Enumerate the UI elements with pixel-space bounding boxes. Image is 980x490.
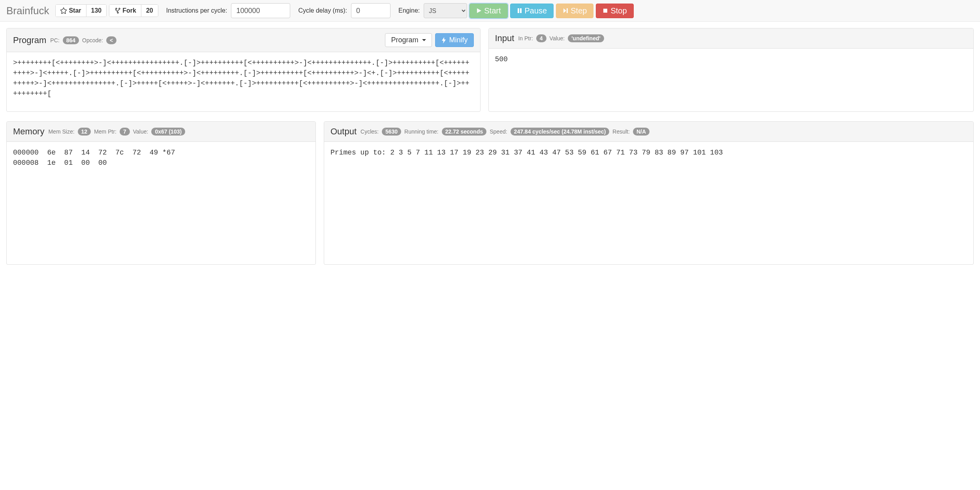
star-label: Star — [69, 7, 81, 14]
time-badge: 22.72 seconds — [442, 128, 487, 136]
opcode-badge: < — [106, 36, 116, 44]
step-label: Step — [571, 6, 587, 15]
time-label: Running time: — [404, 128, 438, 135]
start-label: Start — [484, 6, 501, 15]
speed-badge: 247.84 cycles/sec (24.78M inst/sec) — [511, 128, 610, 136]
fork-group: Fork 20 — [109, 4, 158, 17]
fork-count[interactable]: 20 — [141, 5, 158, 17]
program-dropdown[interactable]: Program — [385, 33, 432, 47]
memory-title: Memory — [13, 126, 44, 137]
step-icon — [563, 8, 568, 13]
pause-button[interactable]: Pause — [510, 4, 554, 18]
star-icon — [60, 8, 67, 14]
memval-label: Value: — [133, 128, 148, 135]
memory-dump: 000000 6e 87 14 72 7c 72 49 *67 000008 1… — [7, 142, 315, 264]
star-button[interactable]: Star — [56, 5, 86, 17]
caret-down-icon — [422, 39, 426, 41]
instr-label: Instructions per cycle: — [166, 7, 227, 14]
fork-icon — [114, 8, 120, 14]
program-dropdown-label: Program — [391, 36, 418, 44]
minify-button[interactable]: Minify — [435, 33, 473, 47]
navbar: Brainfuck Star 130 Fork 20 Instructions … — [0, 0, 980, 22]
play-icon — [476, 8, 482, 13]
pc-badge: 864 — [63, 36, 79, 44]
star-group: Star 130 — [55, 4, 107, 17]
memptr-label: Mem Ptr: — [94, 128, 116, 135]
stop-icon — [603, 8, 608, 13]
inptr-badge: 4 — [536, 34, 546, 42]
pc-label: PC: — [50, 37, 59, 43]
memsize-badge: 12 — [78, 128, 91, 136]
memsize-label: Mem Size: — [48, 128, 74, 135]
program-panel: Program PC: 864 Opcode: < Program Minify… — [6, 28, 481, 112]
delay-label: Cycle delay (ms): — [298, 7, 347, 14]
pause-icon — [517, 8, 522, 13]
output-title: Output — [330, 126, 357, 137]
delay-input[interactable] — [351, 3, 390, 18]
output-content: Primes up to: 2 3 5 7 11 13 17 19 23 29 … — [324, 142, 973, 264]
minify-label: Minify — [449, 36, 467, 44]
start-button[interactable]: Start — [469, 4, 507, 18]
opcode-label: Opcode: — [82, 37, 103, 43]
speed-label: Speed: — [490, 128, 507, 135]
engine-select[interactable]: JS — [424, 3, 467, 18]
cycles-badge: 5630 — [382, 128, 401, 136]
memory-panel: Memory Mem Size: 12 Mem Ptr: 7 Value: 0x… — [6, 121, 316, 265]
input-title: Input — [495, 33, 514, 43]
inptr-label: In Ptr: — [518, 35, 533, 41]
stop-label: Stop — [610, 6, 627, 15]
step-button[interactable]: Step — [556, 4, 593, 18]
result-label: Result: — [612, 128, 630, 135]
stop-button[interactable]: Stop — [596, 4, 633, 18]
program-code[interactable]: >++++++++[<++++++++>-]<++++++++++++++++.… — [7, 52, 480, 111]
main: Program PC: 864 Opcode: < Program Minify… — [0, 22, 980, 271]
input-panel: Input In Ptr: 4 Value: 'undefined' 500 — [488, 28, 974, 112]
cycles-label: Cycles: — [360, 128, 379, 135]
memval-badge: 0x67 (103) — [151, 128, 185, 136]
pause-label: Pause — [525, 6, 547, 15]
flash-icon — [441, 37, 447, 43]
star-count[interactable]: 130 — [86, 5, 107, 17]
inval-label: Value: — [550, 35, 565, 41]
inval-badge: 'undefined' — [568, 34, 604, 42]
engine-label: Engine: — [398, 7, 420, 14]
input-content[interactable]: 500 — [489, 49, 974, 108]
instr-input[interactable] — [231, 3, 290, 18]
brand: Brainfuck — [6, 5, 49, 17]
result-badge: N/A — [633, 128, 650, 136]
output-panel: Output Cycles: 5630 Running time: 22.72 … — [324, 121, 974, 265]
fork-label: Fork — [122, 7, 136, 14]
memptr-badge: 7 — [120, 128, 130, 136]
program-title: Program — [13, 35, 46, 45]
fork-button[interactable]: Fork — [109, 5, 141, 17]
